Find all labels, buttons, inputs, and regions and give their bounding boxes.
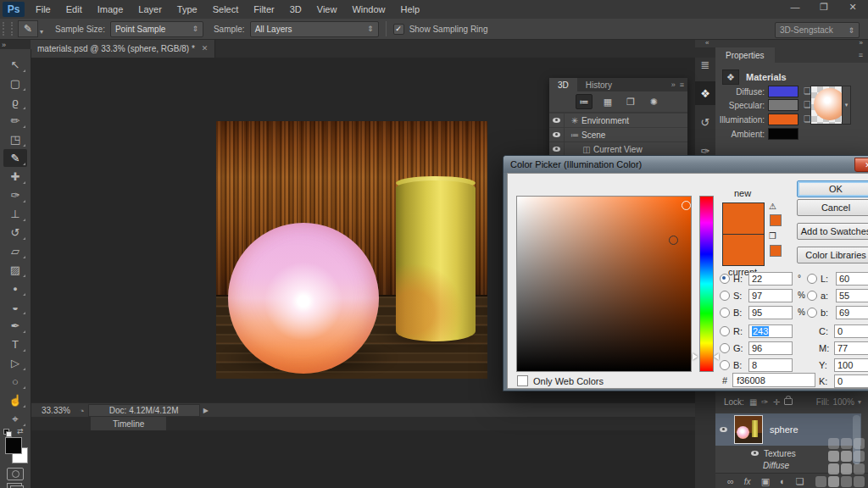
shape-tool[interactable]: ○ bbox=[3, 373, 27, 391]
ambient-color-swatch[interactable] bbox=[768, 128, 798, 140]
collapse-right-icon[interactable]: » bbox=[860, 39, 863, 47]
panel-menu-icon[interactable]: ≡ bbox=[859, 47, 868, 63]
gamut-warning-icon[interactable]: ⚠ bbox=[769, 202, 776, 211]
lock-position-icon[interactable]: ✛ bbox=[773, 397, 780, 407]
options-grip[interactable] bbox=[3, 22, 13, 36]
hand-tool[interactable]: ☝ bbox=[3, 391, 27, 409]
menu-window[interactable]: Window bbox=[344, 0, 392, 19]
tool-preset-dropdown-icon[interactable]: ▾ bbox=[40, 28, 43, 36]
illumination-color-swatch[interactable] bbox=[768, 114, 798, 125]
lock-all-icon[interactable] bbox=[784, 398, 793, 405]
material-preview-dropdown-icon[interactable]: ▾ bbox=[842, 86, 850, 124]
dodge-tool[interactable]: ◒ bbox=[3, 298, 27, 316]
panel-menu-icon[interactable]: ≡ bbox=[680, 80, 684, 89]
brush-tool[interactable]: ✑ bbox=[3, 186, 27, 204]
specular-color-swatch[interactable] bbox=[768, 99, 798, 111]
layer-name[interactable]: sphere bbox=[770, 424, 798, 435]
menu-select[interactable]: Select bbox=[205, 0, 247, 19]
gradient-tool[interactable]: ▨ bbox=[3, 261, 27, 279]
gamut-color-swatch[interactable] bbox=[770, 214, 782, 226]
web-cube-icon[interactable]: ❒ bbox=[769, 231, 776, 241]
document-tab[interactable]: materials.psd @ 33.3% (sphere, RGB/8) * … bbox=[31, 39, 215, 58]
pen-tool[interactable]: ✒ bbox=[3, 317, 27, 335]
lab-l-radio[interactable] bbox=[807, 274, 817, 284]
hue-slider-left-arrow-icon[interactable] bbox=[693, 353, 698, 360]
brightness-radio[interactable] bbox=[720, 308, 730, 318]
quick-mask-icon[interactable] bbox=[7, 468, 24, 480]
saturation-input[interactable]: 97 bbox=[748, 289, 793, 302]
color-libraries-button[interactable]: Color Libraries bbox=[797, 247, 868, 263]
status-badge-icon[interactable]: ◔ bbox=[79, 406, 85, 416]
red-input[interactable]: 243 bbox=[748, 324, 793, 338]
zoom-level[interactable]: 33.33% bbox=[42, 406, 79, 415]
timeline-tab[interactable]: Timeline bbox=[91, 417, 166, 430]
default-colors-icon[interactable] bbox=[3, 429, 11, 436]
blur-tool[interactable]: ● bbox=[3, 280, 27, 297]
dialog-close-button[interactable]: ✕ bbox=[854, 158, 868, 172]
lab-l-input[interactable]: 60 bbox=[836, 272, 868, 286]
eye-icon[interactable] bbox=[751, 451, 759, 456]
layer-effects-icon[interactable]: fx bbox=[744, 477, 751, 486]
magenta-input[interactable]: 77 bbox=[834, 341, 868, 355]
new-group-icon[interactable]: ❏ bbox=[796, 476, 804, 487]
marquee-tool[interactable]: ▢ bbox=[3, 75, 27, 92]
zoom-tool[interactable]: ⌖ bbox=[3, 410, 27, 428]
black-input[interactable]: 0 bbox=[834, 374, 868, 388]
lab-a-radio[interactable] bbox=[807, 291, 817, 301]
dialog-titlebar[interactable]: Color Picker (Illumination Color) ✕ bbox=[504, 156, 868, 173]
tab-close-icon[interactable]: ✕ bbox=[202, 44, 209, 53]
type-tool[interactable]: T bbox=[3, 336, 27, 353]
green-input[interactable]: 96 bbox=[748, 341, 793, 355]
color-field-marker[interactable] bbox=[682, 201, 691, 210]
diffuse-color-swatch[interactable] bbox=[768, 86, 798, 97]
menu-image[interactable]: Image bbox=[90, 0, 131, 19]
menu-filter[interactable]: Filter bbox=[246, 0, 281, 19]
hex-input[interactable]: f36008 bbox=[732, 373, 815, 387]
collapse-left-icon[interactable]: « bbox=[705, 39, 709, 47]
eyedropper-tool-icon[interactable]: ✎ bbox=[18, 20, 38, 37]
hue-slider-right-arrow-icon[interactable] bbox=[714, 353, 719, 360]
sample-dropdown[interactable]: All Layers ⇕ bbox=[250, 21, 379, 37]
minimize-button[interactable]: — bbox=[787, 2, 804, 13]
history-panel-button[interactable]: ↺ bbox=[695, 110, 715, 134]
yellow-input[interactable]: 100 bbox=[834, 358, 868, 372]
hue-slider[interactable] bbox=[699, 196, 714, 372]
link-layers-icon[interactable]: ∞ bbox=[727, 476, 734, 486]
move-tool[interactable]: ↖ bbox=[3, 56, 27, 74]
tab-properties[interactable]: Properties bbox=[715, 47, 775, 63]
only-web-colors-checkbox[interactable] bbox=[517, 375, 528, 386]
show-sampling-ring-checkbox[interactable]: ✓ bbox=[393, 24, 404, 35]
menu-layer[interactable]: Layer bbox=[131, 0, 170, 19]
history-brush-tool[interactable]: ↺ bbox=[3, 224, 27, 241]
screen-mode-icon[interactable] bbox=[7, 483, 22, 488]
menu-help[interactable]: Help bbox=[393, 0, 428, 19]
3d-row-current-view[interactable]: ◫ Current View bbox=[549, 141, 687, 156]
filter-meshes-icon[interactable]: ▦ bbox=[600, 95, 615, 108]
color-field-cursor[interactable] bbox=[669, 236, 678, 245]
path-selection-tool[interactable]: ▷ bbox=[3, 354, 27, 372]
current-color-swatch[interactable] bbox=[722, 234, 765, 266]
menu-view[interactable]: View bbox=[309, 0, 345, 19]
lab-b-input[interactable]: 69 bbox=[836, 306, 868, 319]
eraser-tool[interactable]: ▱ bbox=[3, 242, 27, 260]
restore-button[interactable]: ❐ bbox=[815, 2, 832, 13]
crop-tool[interactable]: ◳ bbox=[3, 130, 27, 148]
lab-b-radio[interactable] bbox=[807, 308, 817, 318]
filter-scene-icon[interactable]: ≔ bbox=[576, 94, 593, 109]
eyedropper-tool[interactable]: ✎ bbox=[3, 149, 27, 167]
ok-button[interactable]: OK bbox=[797, 180, 868, 197]
adjustment-layer-icon[interactable]: ◐ bbox=[780, 476, 786, 486]
red-radio[interactable] bbox=[720, 326, 730, 336]
document-size[interactable]: Doc: 4.12M/4.12M bbox=[88, 404, 200, 417]
swap-colors-icon[interactable]: ⇄ bbox=[17, 427, 24, 435]
clone-stamp-tool[interactable]: ⊥ bbox=[3, 205, 27, 223]
layer-thumbnail[interactable] bbox=[734, 415, 763, 444]
lock-paint-icon[interactable]: ✑ bbox=[761, 397, 768, 407]
lasso-tool[interactable]: ϱ bbox=[3, 93, 27, 111]
menu-3d[interactable]: 3D bbox=[282, 0, 309, 19]
visibility-toggle[interactable] bbox=[549, 142, 565, 156]
toolbar-collapse-icon[interactable]: » bbox=[2, 41, 6, 49]
tab-history[interactable]: History bbox=[577, 78, 620, 92]
material-preview[interactable]: ▾ bbox=[810, 86, 851, 125]
lab-a-input[interactable]: 55 bbox=[836, 289, 868, 302]
